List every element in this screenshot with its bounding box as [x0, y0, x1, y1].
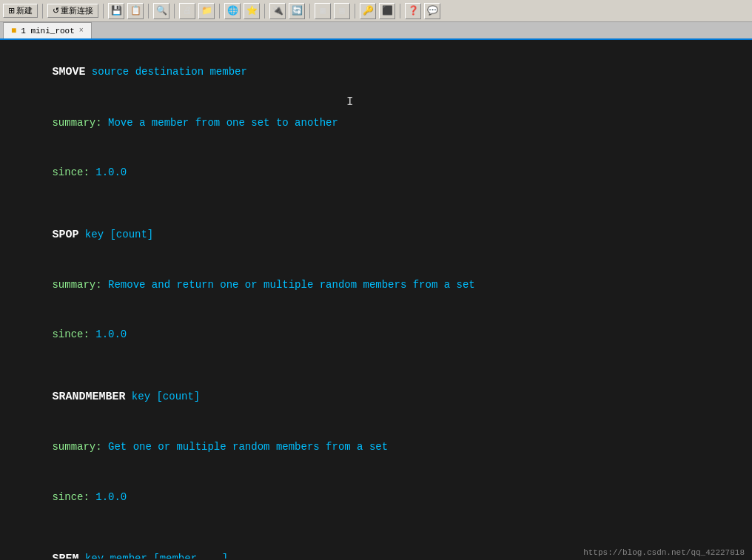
cmd-spop-since-val: 1.0.0	[90, 328, 127, 340]
cmd-smove-since-val: 1.0.0	[90, 166, 127, 178]
terminal-content: I SMOVE source destination member summar…	[0, 40, 752, 559]
key-icon-btn[interactable]: 🔑	[360, 3, 376, 19]
cmd-smove-summary: summary: Move a member from one set to a…	[15, 98, 737, 148]
cmd-spop-summary-text: Remove and return one or multiple random…	[102, 279, 475, 291]
cmd-block-srandmember: SRANDMEMBER key [count] summary: Get one…	[15, 371, 737, 522]
reconnect-button[interactable]: ↺ 重新连接	[47, 4, 98, 18]
cmd-spop-since: since: 1.0.0	[15, 310, 737, 360]
cmd-block-smove: SMOVE source destination member summary:…	[15, 47, 737, 198]
print-icon-btn[interactable]: 🖨	[179, 3, 195, 19]
toolbar-separator-5	[219, 4, 220, 18]
cmd-srandmember-summary: summary: Get one or multiple random memb…	[15, 422, 737, 472]
toolbar-separator-6	[264, 4, 265, 18]
tab-close-button[interactable]: ×	[79, 27, 84, 35]
cmd-srandmember-since-val: 1.0.0	[90, 491, 127, 503]
tab-icon: ■	[11, 26, 16, 36]
copy-icon-btn[interactable]: 📋	[127, 3, 144, 19]
toolbar-separator-4	[174, 4, 175, 18]
tab-label: 1 mini_root	[21, 27, 75, 36]
cmd-srem-syntax: key member [member ...]	[78, 553, 228, 559]
new-button[interactable]: ⊞ 新建	[3, 4, 38, 18]
cmd-srem-name: SREM	[52, 553, 78, 559]
status-bar: https://blog.csdn.net/qq_42227818	[583, 548, 745, 557]
tab-mini-root[interactable]: ■ 1 mini_root ×	[3, 22, 92, 38]
save-icon-btn[interactable]: 💾	[108, 3, 124, 19]
toolbar-separator-7	[309, 4, 310, 18]
cmd-smove-summary-text: Move a member from one set to another	[102, 117, 338, 129]
cmd-smove-summary-label: summary:	[52, 117, 101, 129]
new-icon: ⊞	[8, 6, 15, 16]
cmd-block-spop: SPOP key [count] summary: Remove and ret…	[15, 209, 737, 360]
cmd-srandmember-name: SRANDMEMBER	[52, 391, 125, 403]
cmd-srandmember-summary-label: summary:	[52, 441, 101, 453]
cmd-spop-syntax: key [count]	[78, 229, 153, 240]
cmd-smove-syntax: source destination member	[85, 66, 246, 78]
star-icon-btn[interactable]: ⭐	[244, 3, 260, 19]
cmd-smove-since: since: 1.0.0	[15, 148, 737, 198]
reconnect-icon: ↺	[53, 6, 59, 16]
grid2-icon-btn[interactable]: ▤	[334, 3, 350, 19]
tabbar: ■ 1 mini_root ×	[0, 22, 752, 40]
toolbar-separator-2	[103, 4, 104, 18]
chat-icon-btn[interactable]: 💬	[424, 3, 440, 19]
toolbar-separator-9	[400, 4, 400, 18]
globe-icon-btn[interactable]: 🌐	[224, 3, 241, 19]
status-url: https://blog.csdn.net/qq_42227818	[583, 548, 745, 557]
cmd-spop-since-label: since:	[52, 328, 89, 340]
cmd-smove-since-label: since:	[52, 166, 89, 178]
text-cursor-indicator: I	[346, 95, 354, 109]
plug-icon-btn[interactable]: 🔌	[269, 3, 286, 19]
cmd-spop-header: SPOP key [count]	[15, 209, 737, 260]
toolbar-separator-3	[148, 4, 149, 18]
cmd-srandmember-since-label: since:	[52, 491, 89, 503]
toolbar-separator-1	[42, 4, 43, 18]
search-icon-btn[interactable]: 🔍	[153, 3, 169, 19]
grid1-icon-btn[interactable]: ▦	[315, 3, 331, 19]
help-icon-btn[interactable]: ❓	[405, 3, 421, 19]
terminal-icon-btn[interactable]: ⬛	[379, 3, 395, 19]
toolbar: ⊞ 新建 ↺ 重新连接 💾 📋 🔍 🖨 📁 🌐 ⭐ 🔌 🔄 ▦ ▤ 🔑 ⬛ ❓ …	[0, 0, 752, 22]
cmd-spop-summary-label: summary:	[52, 279, 101, 291]
cmd-smove-name: SMOVE	[52, 66, 85, 78]
cmd-srandmember-syntax: key [count]	[125, 391, 200, 402]
folder-icon-btn[interactable]: 📁	[198, 3, 215, 19]
cmd-smove-header: SMOVE source destination member	[15, 47, 737, 98]
cmd-spop-summary: summary: Remove and return one or multip…	[15, 260, 737, 310]
cmd-srandmember-since: since: 1.0.0	[15, 472, 737, 522]
toolbar-separator-8	[355, 4, 355, 18]
refresh-icon-btn[interactable]: 🔄	[289, 3, 305, 19]
cmd-srandmember-header: SRANDMEMBER key [count]	[15, 371, 737, 422]
cmd-spop-name: SPOP	[52, 229, 78, 241]
cmd-srandmember-summary-text: Get one or multiple random members from …	[102, 441, 388, 453]
